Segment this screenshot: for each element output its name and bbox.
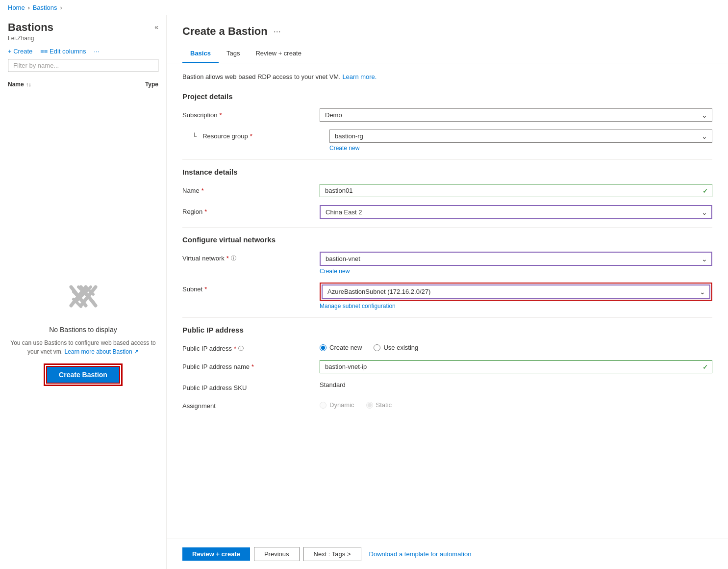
- vnet-required: *: [226, 255, 229, 262]
- collapse-button[interactable]: «: [154, 23, 158, 31]
- vnet-select[interactable]: bastion-vnet: [320, 252, 712, 266]
- bottom-bar: Review + create Previous Next : Tags > D…: [167, 539, 728, 569]
- type-header: Type: [119, 81, 158, 88]
- breadcrumb-bastions[interactable]: Bastions: [33, 4, 57, 11]
- left-panel-subtitle: Lei.Zhang: [8, 35, 53, 42]
- more-options-button[interactable]: ···: [94, 48, 99, 55]
- assignment-field: Dynamic Static: [320, 399, 712, 409]
- previous-button[interactable]: Previous: [254, 547, 300, 561]
- breadcrumb-sep2: ›: [60, 4, 62, 11]
- breadcrumb: Home › Bastions ›: [0, 0, 728, 15]
- public-ip-info-icon[interactable]: ⓘ: [238, 345, 244, 352]
- resource-group-select-wrapper: bastion-rg: [329, 129, 712, 143]
- tab-review-create[interactable]: Review + create: [248, 46, 309, 63]
- vnet-section-title: Configure virtual networks: [182, 235, 712, 244]
- resource-group-row: └ Resource group * bastion-rg Create new: [182, 129, 712, 152]
- subscription-select[interactable]: Demo: [320, 108, 712, 122]
- name-input[interactable]: [320, 184, 712, 197]
- learn-more-link[interactable]: Learn more.: [342, 73, 377, 80]
- static-option: Static: [366, 401, 392, 409]
- subnet-label: Subnet *: [182, 283, 320, 293]
- right-panel: Create a Bastion ··· Basics Tags Review …: [167, 15, 728, 569]
- vnet-info-icon[interactable]: ⓘ: [231, 255, 236, 262]
- ip-sku-row: Public IP address SKU Standard: [182, 381, 712, 391]
- ip-required: *: [234, 345, 236, 352]
- dynamic-option: Dynamic: [320, 401, 354, 409]
- region-select[interactable]: China East 2: [320, 205, 712, 219]
- vnet-label: Virtual network * ⓘ: [182, 252, 320, 262]
- next-button[interactable]: Next : Tags >: [303, 547, 361, 561]
- dynamic-radio: [320, 402, 326, 409]
- create-new-ip-option[interactable]: Create new: [320, 344, 362, 351]
- subnet-box: AzureBastionSubnet (172.16.2.0/27): [320, 283, 712, 301]
- manage-subnet-link[interactable]: Manage subnet configuration: [320, 303, 396, 310]
- use-existing-ip-radio[interactable]: [374, 344, 380, 351]
- region-select-wrapper: China East 2: [320, 205, 712, 219]
- form-description: Bastion allows web based RDP access to y…: [182, 73, 712, 80]
- ip-name-check-icon: ✓: [703, 363, 708, 371]
- create-label: + Create: [8, 48, 32, 55]
- subnet-select-wrapper: AzureBastionSubnet (172.16.2.0/27): [322, 284, 710, 299]
- subnet-required: *: [204, 285, 207, 293]
- assignment-row: Assignment Dynamic Static: [182, 399, 712, 410]
- empty-state: No Bastions to display You can use Basti…: [0, 91, 166, 569]
- name-input-wrapper: ✓: [320, 184, 712, 197]
- static-radio: [366, 402, 373, 409]
- public-ip-label: Public IP address * ⓘ: [182, 342, 320, 352]
- name-field: ✓: [320, 184, 712, 197]
- breadcrumb-home[interactable]: Home: [8, 4, 25, 11]
- left-panel-title: Bastions: [8, 21, 53, 34]
- name-row: Name * ✓: [182, 184, 712, 197]
- ip-sku-label: Public IP address SKU: [182, 381, 320, 391]
- ip-sku-field: Standard: [320, 381, 712, 388]
- create-button[interactable]: + Create: [8, 48, 32, 55]
- breadcrumb-sep1: ›: [28, 4, 30, 11]
- review-create-button[interactable]: Review + create: [182, 547, 250, 561]
- public-ip-title: Public IP address: [182, 326, 712, 334]
- tab-tags[interactable]: Tags: [219, 46, 248, 63]
- assignment-label: Assignment: [182, 399, 320, 410]
- right-more-button[interactable]: ···: [274, 26, 281, 37]
- vnet-select-wrapper: bastion-vnet: [320, 252, 712, 266]
- subscription-required: *: [220, 111, 222, 119]
- subnet-field: AzureBastionSubnet (172.16.2.0/27) Manag…: [320, 283, 712, 310]
- region-row: Region * China East 2: [182, 205, 712, 219]
- region-label: Region *: [182, 205, 320, 215]
- tabs: Basics Tags Review + create: [182, 46, 712, 63]
- create-new-vnet-link[interactable]: Create new: [320, 268, 350, 275]
- left-panel: Bastions Lei.Zhang « + Create ≡≡ Edit co…: [0, 15, 167, 569]
- ip-sku-value: Standard: [320, 378, 346, 388]
- edit-columns-label: ≡≡ Edit columns: [40, 48, 86, 55]
- edit-columns-button[interactable]: ≡≡ Edit columns: [40, 48, 86, 55]
- name-check-icon: ✓: [703, 187, 708, 195]
- static-label: Static: [376, 401, 392, 409]
- use-existing-ip-label: Use existing: [383, 344, 418, 351]
- filter-input[interactable]: [8, 59, 158, 72]
- tab-basics[interactable]: Basics: [182, 46, 219, 63]
- empty-title: No Bastions to display: [49, 326, 117, 334]
- resource-group-field: bastion-rg Create new: [329, 129, 712, 152]
- use-existing-ip-option[interactable]: Use existing: [374, 344, 418, 351]
- dynamic-label: Dynamic: [329, 401, 354, 409]
- create-new-ip-label: Create new: [329, 344, 362, 351]
- public-ip-row: Public IP address * ⓘ Create new Use exi…: [182, 342, 712, 352]
- name-required: *: [201, 187, 204, 194]
- subnet-select[interactable]: AzureBastionSubnet (172.16.2.0/27): [322, 284, 710, 299]
- ip-name-input-wrapper: ✓: [320, 360, 712, 373]
- ip-name-row: Public IP address name * ✓: [182, 360, 712, 373]
- create-bastion-button[interactable]: Create Bastion: [46, 366, 120, 384]
- create-new-ip-radio[interactable]: [320, 344, 326, 351]
- download-template-link[interactable]: Download a template for automation: [369, 550, 472, 558]
- subnet-row: Subnet * AzureBastionSubnet (172.16.2.0/…: [182, 283, 712, 310]
- ip-name-required: *: [251, 363, 254, 370]
- vnet-field: bastion-vnet Create new: [320, 252, 712, 275]
- subscription-row: Subscription * Demo: [182, 108, 712, 122]
- create-new-rg-link[interactable]: Create new: [329, 145, 359, 152]
- resource-group-select[interactable]: bastion-rg: [329, 129, 712, 143]
- sort-icon[interactable]: ↑↓: [26, 81, 31, 87]
- right-title: Create a Bastion: [182, 25, 268, 38]
- learn-more-bastion-link[interactable]: Learn more about Bastion ↗: [64, 348, 138, 355]
- ip-name-field: ✓: [320, 360, 712, 373]
- ip-name-input[interactable]: [320, 360, 712, 373]
- subscription-label: Subscription *: [182, 108, 320, 119]
